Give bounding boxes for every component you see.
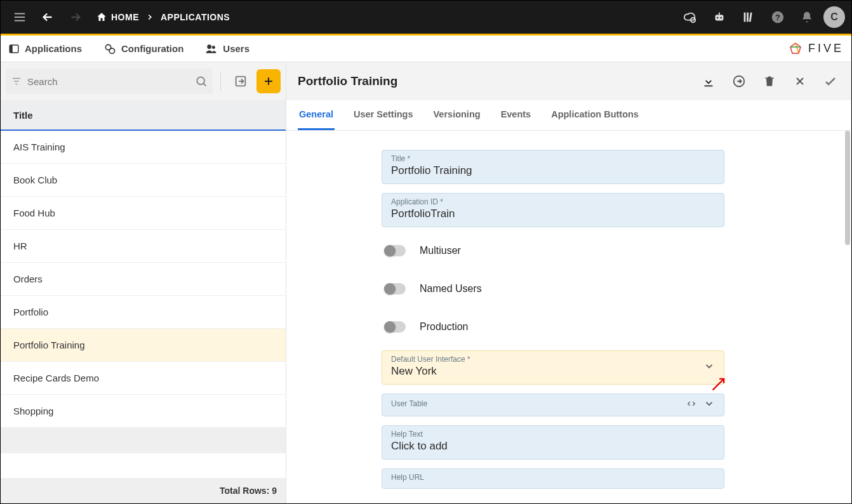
subnav: Applications Configuration Users FIVE: [1, 36, 851, 62]
detail-header: Portfolio Training: [286, 62, 851, 100]
cloud-icon[interactable]: [677, 4, 703, 30]
field-title[interactable]: Title * Portfolio Training: [382, 150, 724, 184]
svg-rect-4: [719, 13, 720, 15]
code-icon[interactable]: [686, 398, 697, 409]
field-title-value: Portfolio Training: [391, 164, 715, 177]
list-spacer: [1, 428, 286, 453]
toggle-multiuser-label: Multiuser: [420, 245, 461, 256]
svg-rect-11: [10, 45, 13, 53]
field-help-text-label: Help Text: [391, 430, 715, 439]
list-item[interactable]: HR: [1, 230, 286, 263]
subnav-configuration[interactable]: Configuration: [103, 43, 183, 55]
chevron-down-icon[interactable]: [703, 398, 715, 409]
list-item[interactable]: Portfolio Training: [1, 329, 286, 362]
delete-button[interactable]: [760, 72, 779, 91]
field-help-text[interactable]: Help Text Click to add: [382, 425, 724, 460]
tab-events[interactable]: Events: [500, 100, 533, 130]
list-item[interactable]: Shopping: [1, 395, 286, 428]
main: Title AIS TrainingBook ClubFood HubHROrd…: [1, 62, 851, 503]
svg-point-2: [717, 17, 719, 19]
svg-rect-1: [716, 15, 724, 20]
list-item[interactable]: Recipe Cards Demo: [1, 362, 286, 395]
list-header-title: Title: [13, 110, 33, 121]
search-box[interactable]: [6, 69, 213, 94]
scrollbar-thumb[interactable]: [845, 131, 850, 245]
list-item[interactable]: Orders: [1, 263, 286, 296]
detail-panel: Portfolio Training GeneralUser S: [286, 62, 851, 503]
field-appid[interactable]: Application ID * PortfolioTrain: [382, 193, 724, 227]
field-user-table-label: User Table: [391, 399, 427, 408]
tab-application-buttons[interactable]: Application Buttons: [550, 100, 640, 130]
svg-rect-7: [749, 13, 752, 22]
field-dui-label: Default User Interface *: [391, 355, 470, 364]
annotation-arrow: [710, 375, 728, 393]
search-icon[interactable]: [195, 75, 208, 88]
footer-label: Total Rows:: [220, 486, 269, 496]
toggle-switch[interactable]: [384, 321, 406, 333]
close-button[interactable]: [790, 72, 809, 91]
chevron-right-icon: [145, 13, 154, 22]
subnav-applications-label: Applications: [25, 43, 82, 54]
field-appid-value: PortfolioTrain: [391, 208, 715, 220]
list-item[interactable]: Book Club: [1, 164, 286, 197]
tab-user-settings[interactable]: User Settings: [352, 100, 414, 130]
separator: [220, 72, 221, 91]
breadcrumb-home-label: HOME: [111, 12, 139, 22]
library-icon[interactable]: [736, 4, 761, 30]
avatar[interactable]: C: [823, 6, 845, 28]
toggle-named-label: Named Users: [420, 283, 482, 295]
forward-button: [63, 4, 88, 30]
breadcrumb-home[interactable]: HOME: [96, 11, 139, 23]
svg-point-15: [212, 46, 215, 49]
filter-icon: [11, 76, 22, 87]
chevron-down-icon[interactable]: [703, 361, 715, 372]
sidebar-footer: Total Rows: 9: [1, 478, 286, 503]
breadcrumb-applications-label: APPLICATIONS: [161, 12, 230, 22]
svg-point-14: [208, 44, 212, 49]
field-help-text-value: Click to add: [391, 440, 715, 453]
import-button[interactable]: [229, 69, 253, 93]
search-input[interactable]: [27, 76, 190, 87]
toggle-switch[interactable]: [384, 283, 406, 295]
hamburger-icon[interactable]: [7, 4, 32, 30]
svg-point-3: [720, 17, 722, 19]
field-default-ui[interactable]: Default User Interface * New York: [382, 350, 724, 385]
list-item[interactable]: AIS Training: [1, 131, 286, 164]
tabs: GeneralUser SettingsVersioningEventsAppl…: [286, 100, 851, 131]
list-item[interactable]: Portfolio: [1, 296, 286, 329]
field-user-table[interactable]: User Table: [382, 394, 724, 416]
bell-icon[interactable]: [794, 4, 820, 30]
toggle-production[interactable]: Production: [382, 312, 724, 342]
help-icon[interactable]: ?: [765, 4, 790, 30]
field-help-url-label: Help URL: [391, 473, 715, 482]
svg-rect-5: [744, 13, 746, 22]
tab-versioning[interactable]: Versioning: [432, 100, 481, 130]
field-help-url[interactable]: Help URL: [382, 468, 724, 489]
save-button[interactable]: [821, 72, 840, 91]
toggle-switch[interactable]: [384, 245, 406, 256]
svg-point-13: [109, 48, 114, 53]
sidebar-toolbar: [1, 62, 286, 100]
deploy-button[interactable]: [729, 72, 749, 91]
footer-count: 9: [272, 486, 277, 496]
toggle-named-users[interactable]: Named Users: [382, 274, 724, 303]
tab-general[interactable]: General: [298, 100, 335, 130]
robot-icon[interactable]: [707, 4, 732, 30]
back-button[interactable]: [35, 4, 60, 30]
brand-label: FIVE: [808, 42, 844, 55]
avatar-initial: C: [830, 11, 838, 23]
list: AIS TrainingBook ClubFood HubHROrdersPor…: [1, 131, 286, 478]
list-item[interactable]: Food Hub: [1, 197, 286, 230]
breadcrumb-applications[interactable]: APPLICATIONS: [161, 12, 230, 22]
subnav-users[interactable]: Users: [205, 43, 250, 55]
add-button[interactable]: [256, 69, 281, 93]
subnav-applications[interactable]: Applications: [8, 43, 82, 55]
detail-title: Portfolio Training: [298, 74, 397, 88]
download-button[interactable]: [699, 72, 718, 91]
toggle-multiuser[interactable]: Multiuser: [382, 236, 724, 265]
brand-logo: FIVE: [788, 41, 844, 56]
svg-text:?: ?: [775, 13, 780, 22]
list-header[interactable]: Title: [1, 100, 286, 131]
subnav-configuration-label: Configuration: [121, 43, 183, 54]
form-scroll[interactable]: Title * Portfolio Training Application I…: [286, 131, 851, 503]
